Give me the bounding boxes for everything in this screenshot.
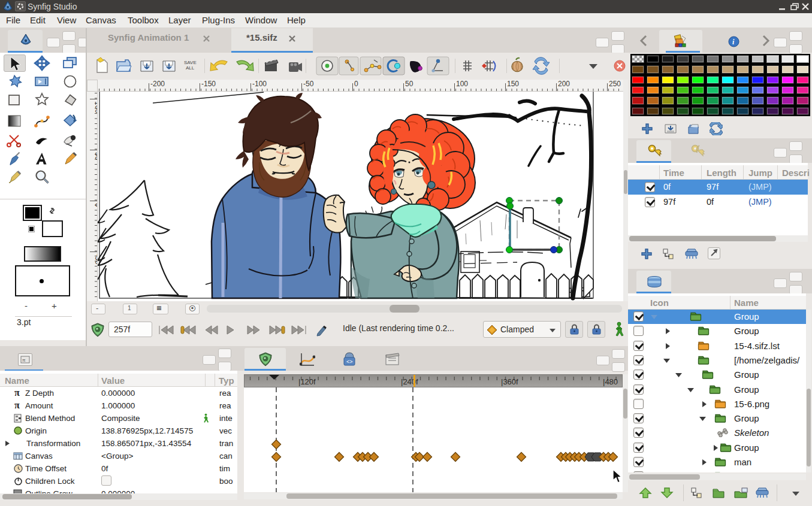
svg-text:150: 150 [507,80,519,88]
svg-text:-150: -150 [201,80,216,88]
svg-text:50: 50 [93,152,98,160]
svg-text:|240f: |240f [401,377,418,386]
svg-text:100: 100 [93,101,98,113]
svg-text:50: 50 [405,80,413,88]
svg-text:π: π [22,357,26,363]
svg-text:-200: -200 [150,80,165,88]
svg-text:-100: -100 [252,80,267,88]
svg-text:200: 200 [558,80,570,88]
svg-text:|120f: |120f [298,377,316,386]
svg-text:100: 100 [456,80,468,88]
svg-text:ALL: ALL [186,65,195,71]
svg-text:-50: -50 [93,254,98,265]
svg-text:0: 0 [93,203,98,207]
svg-text:<>: <> [346,359,353,365]
svg-text:-50: -50 [303,80,314,88]
svg-text:|480: |480 [603,377,618,386]
svg-text:0: 0 [354,80,358,88]
svg-text:SAVE: SAVE [184,60,197,65]
svg-text:|360f: |360f [501,377,518,386]
svg-text:250: 250 [609,80,621,88]
